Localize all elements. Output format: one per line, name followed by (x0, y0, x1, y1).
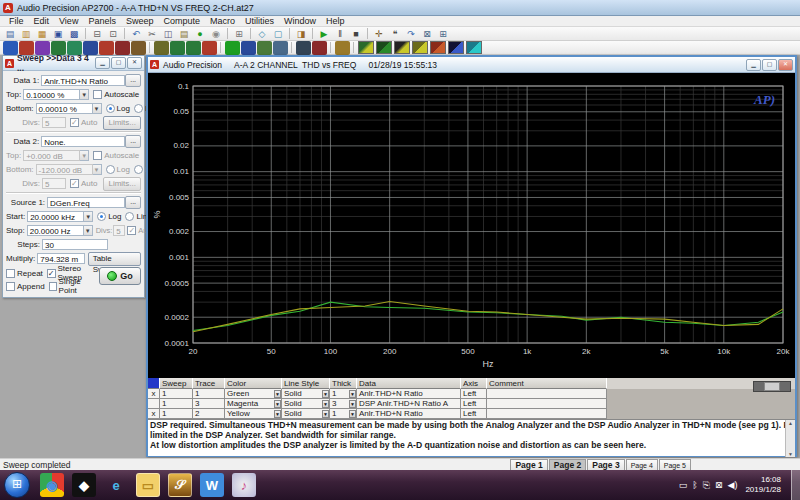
chevron-down-icon[interactable]: ▼ (322, 410, 329, 418)
toolbar-button[interactable] (358, 41, 374, 54)
cell-line-style[interactable]: Solid▼ (282, 409, 330, 419)
toolbar-button[interactable] (367, 28, 368, 39)
minimize-icon[interactable]: ▁ (95, 57, 110, 69)
toolbar-button[interactable]: ✉ (154, 41, 169, 55)
chevron-down-icon[interactable]: ▼ (274, 390, 281, 398)
taskbar-app-icon[interactable]: e (104, 473, 128, 497)
toolbar-button[interactable]: ■ (349, 27, 364, 41)
toolbar-button[interactable]: ◫ (161, 27, 176, 41)
toolbar-button[interactable] (312, 28, 313, 39)
cell-thick[interactable]: 1▼ (330, 389, 357, 399)
cell-trace[interactable]: 3 (193, 399, 225, 409)
toolbar-button[interactable]: ▣ (51, 27, 66, 41)
graph-title-bar[interactable]: A Audio Precision A-A 2 CHANNEL THD vs F… (148, 57, 795, 73)
cell-data[interactable]: DSP Anlr.THD+N Ratio A (357, 399, 461, 409)
toolbar-button[interactable]: ⊞ (232, 27, 247, 41)
col-axis[interactable]: Axis (461, 378, 487, 389)
menu-item[interactable]: Help (321, 16, 350, 26)
toolbar-button[interactable]: ⊡ (106, 27, 121, 41)
data1-browse-button[interactable]: ... (125, 74, 141, 87)
cell-color[interactable]: Yellow▼ (225, 409, 282, 419)
trace-visible-checkbox[interactable]: x (148, 409, 160, 419)
toolbar-button[interactable]: ✱ (202, 41, 217, 55)
toolbar-button[interactable]: ↷ (404, 27, 419, 41)
taskbar-app-icon[interactable]: W (200, 473, 224, 497)
comment-box[interactable]: DSP required. Simultaneous THD+N measure… (148, 419, 795, 456)
taskbar-app-icon[interactable]: ◉ (40, 473, 64, 497)
cell-sweep[interactable]: 1 (160, 399, 193, 409)
toolbar-button[interactable]: ◉ (209, 27, 224, 41)
toolbar-button[interactable]: ∿ (3, 41, 18, 55)
col-sweep[interactable]: Sweep (160, 378, 193, 389)
toolbar-button[interactable]: ❝ (388, 27, 403, 41)
taskbar-app-icon[interactable]: ▭ (136, 473, 160, 497)
taskbar-clock[interactable]: 16:08 2019/1/28 (745, 475, 781, 495)
menu-item[interactable]: Edit (29, 16, 55, 26)
col-comment[interactable]: Comment (487, 378, 607, 389)
close-icon[interactable]: ✕ (778, 59, 793, 71)
cell-comment[interactable] (487, 399, 607, 409)
append-checkbox[interactable] (6, 282, 15, 291)
chevron-down-icon[interactable]: ▼ (349, 390, 356, 398)
data2-autoscale-checkbox[interactable] (93, 151, 102, 160)
toolbar-button[interactable] (376, 41, 392, 54)
chevron-down-icon[interactable]: ▼ (84, 211, 93, 222)
toolbar-button[interactable]: ▦ (35, 27, 50, 41)
data2-divs-value[interactable]: 5 (42, 178, 66, 189)
toolbar-button[interactable]: ➡ (225, 41, 240, 55)
maximize-icon[interactable]: ▢ (111, 57, 126, 69)
cell-comment[interactable] (487, 409, 607, 419)
trace-visible-checkbox[interactable] (148, 399, 160, 409)
tray-icon[interactable]: ᛒ (692, 480, 697, 490)
toolbar-button[interactable]: ✂ (145, 27, 160, 41)
toolbar-button[interactable]: ⊠ (115, 41, 130, 55)
steps-value[interactable]: 30 (42, 239, 108, 250)
sweep-panel-title-bar[interactable]: A Sweep >>Data 3 4 ... ▁ ▢ ✕ (3, 56, 144, 71)
toolbar-button[interactable]: ⊞ (436, 27, 451, 41)
toolbar-button[interactable]: ⊟ (296, 41, 311, 55)
toolbar-button[interactable]: ✛ (372, 27, 387, 41)
toolbar-button[interactable]: ♜ (312, 41, 327, 55)
cell-color[interactable]: Magenta▼ (225, 399, 282, 409)
chevron-down-icon[interactable]: ▼ (80, 150, 89, 161)
minimize-icon[interactable]: ▁ (746, 59, 761, 71)
data1-auto-checkbox[interactable] (70, 118, 79, 127)
toolbar-button[interactable] (289, 28, 290, 39)
toolbar-button[interactable]: ◨ (294, 27, 309, 41)
data1-top-value[interactable]: 0.10000 % (23, 89, 80, 100)
maximize-icon[interactable]: ▢ (762, 59, 777, 71)
table-scrollbar[interactable] (753, 381, 791, 392)
toolbar-button[interactable] (353, 42, 354, 53)
source1-lin-radio[interactable] (125, 212, 134, 221)
tray-icon[interactable]: ⎘ (703, 480, 710, 491)
cell-data[interactable]: Anlr.THD+N Ratio (357, 389, 461, 399)
cell-thick[interactable]: 1▼ (330, 409, 357, 419)
source1-divs-value[interactable]: 5 (113, 225, 125, 236)
scroll-up-icon[interactable]: ▲ (788, 420, 793, 426)
show-desktop-button[interactable] (791, 470, 800, 500)
cell-line-style[interactable]: Solid▼ (282, 399, 330, 409)
toolbar-button[interactable] (412, 41, 428, 54)
taskbar-app-icon[interactable]: 𝒮 (168, 473, 192, 497)
data2-auto-checkbox[interactable] (70, 179, 79, 188)
source1-auto-checkbox[interactable] (127, 226, 136, 235)
col-data[interactable]: Data (357, 378, 461, 389)
cell-comment[interactable] (487, 389, 607, 399)
toolbar-button[interactable] (250, 28, 251, 39)
repeat-checkbox[interactable] (6, 269, 15, 278)
toolbar-button[interactable]: ▢ (271, 27, 286, 41)
close-icon[interactable]: ✕ (127, 57, 142, 69)
data2-bottom-value[interactable]: -120.000 dB (36, 164, 93, 175)
data2-value[interactable]: None. (41, 136, 125, 147)
cell-trace[interactable]: 2 (193, 409, 225, 419)
data2-log-radio[interactable] (106, 165, 115, 174)
data1-lin-radio[interactable] (134, 104, 143, 113)
start-button[interactable]: ⊞ (4, 472, 30, 498)
toolbar-button[interactable]: ◇ (255, 27, 270, 41)
toolbar-button[interactable] (448, 41, 464, 54)
cell-axis[interactable]: Left (461, 409, 487, 419)
chevron-down-icon[interactable]: ▼ (322, 400, 329, 408)
col-color[interactable]: Color (225, 378, 282, 389)
chevron-down-icon[interactable]: ▼ (93, 103, 102, 114)
toolbar-button[interactable] (394, 41, 410, 54)
